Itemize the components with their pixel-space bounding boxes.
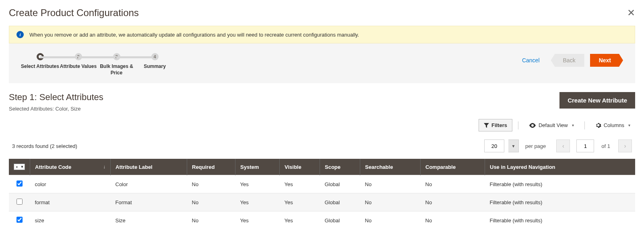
cell-label: Size: [111, 211, 187, 230]
cell-comparable: No: [421, 193, 485, 211]
row-checkbox[interactable]: [17, 199, 23, 205]
cell-visible: Yes: [280, 211, 320, 230]
filters-button[interactable]: Filters: [479, 119, 512, 131]
cell-required: No: [187, 193, 235, 211]
cell-required: No: [187, 211, 235, 230]
grid-meta: 3 records found (2 selected) ▼ per page …: [0, 135, 644, 159]
cell-code: size: [30, 211, 111, 230]
header-system[interactable]: System: [235, 159, 280, 175]
cell-comparable: No: [421, 175, 485, 193]
info-icon: i: [17, 31, 24, 38]
wizard-step-1: Select Attributes: [21, 53, 59, 70]
columns-button[interactable]: Columns: [590, 119, 635, 131]
pager: ▼ per page ‹ of 1 ›: [484, 139, 632, 152]
table-row[interactable]: colorColorNoYesYesGlobalNoNoFilterable (…: [9, 175, 635, 193]
wizard-step-4: 4 Summary: [136, 53, 174, 70]
cell-label: Format: [111, 193, 187, 211]
selected-attributes: Selected Attributes: Color, Size: [9, 106, 103, 112]
cell-system: Yes: [235, 211, 280, 230]
header-searchable[interactable]: Searchable: [360, 159, 421, 175]
filters-label: Filters: [491, 122, 507, 128]
step-header: Step 1: Select Attributes Selected Attri…: [0, 83, 644, 115]
table-row[interactable]: sizeSizeNoYesYesGlobalNoNoFilterable (wi…: [9, 211, 635, 230]
of-pages-label: of 1: [601, 143, 610, 149]
header-visible[interactable]: Visible: [280, 159, 320, 175]
sort-arrow-down-icon: ↓: [103, 164, 105, 170]
step-indicator: 4: [151, 53, 159, 60]
header-layered-nav[interactable]: Use in Layered Navigation: [485, 159, 636, 175]
cell-layered: Filterable (with results): [485, 211, 636, 230]
cell-label: Color: [111, 175, 187, 193]
back-button[interactable]: Back: [551, 54, 584, 67]
wizard-bar: Select Attributes 2 Attribute Values 3 B…: [9, 43, 635, 83]
per-page-label: per page: [525, 143, 546, 149]
cell-scope: Global: [320, 193, 360, 211]
cell-searchable: No: [360, 193, 421, 211]
next-button[interactable]: Next: [590, 54, 623, 67]
close-icon[interactable]: ✕: [627, 7, 635, 18]
notice-text: When you remove or add an attribute, we …: [29, 32, 359, 38]
cancel-button[interactable]: Cancel: [522, 57, 540, 64]
cell-system: Yes: [235, 193, 280, 211]
funnel-icon: [484, 123, 489, 128]
cell-searchable: No: [360, 211, 421, 230]
cell-code: color: [30, 175, 111, 193]
row-checkbox[interactable]: [17, 217, 23, 223]
page-title: Create Product Configurations: [9, 7, 139, 18]
wizard-actions: Cancel Back Next: [522, 54, 623, 67]
header-scope[interactable]: Scope: [320, 159, 360, 175]
columns-label: Columns: [604, 122, 624, 128]
modal-header: Create Product Configurations ✕: [0, 0, 644, 26]
header-attribute-label[interactable]: Attribute Label: [111, 159, 187, 175]
next-page-button[interactable]: ›: [618, 139, 632, 152]
cell-searchable: No: [360, 175, 421, 193]
cell-scope: Global: [320, 175, 360, 193]
row-checkbox[interactable]: [17, 181, 23, 187]
cell-code: format: [30, 193, 111, 211]
header-select-all[interactable]: •▼: [9, 159, 30, 175]
prev-page-button[interactable]: ‹: [556, 139, 570, 152]
per-page-input[interactable]: [484, 139, 504, 152]
eye-icon: [529, 123, 536, 128]
gear-icon: [595, 122, 601, 128]
grid-toolbar: Filters Default View Columns: [0, 115, 644, 135]
page-input[interactable]: [576, 139, 594, 152]
default-view-label: Default View: [539, 122, 568, 128]
header-comparable[interactable]: Comparable: [421, 159, 485, 175]
cell-visible: Yes: [280, 175, 320, 193]
step-label: Summary: [144, 64, 166, 70]
wizard-step-2: 2 Attribute Values: [59, 53, 97, 70]
cell-comparable: No: [421, 211, 485, 230]
cell-required: No: [187, 175, 235, 193]
info-notice: i When you remove or add an attribute, w…: [9, 26, 635, 43]
cell-layered: Filterable (with results): [485, 193, 636, 211]
cell-layered: Filterable (with results): [485, 175, 636, 193]
cell-visible: Yes: [280, 193, 320, 211]
attributes-grid: •▼ Attribute Code↓ Attribute Label Requi…: [9, 159, 635, 229]
per-page-dropdown[interactable]: ▼: [508, 139, 519, 152]
step-label: Attribute Values: [60, 64, 97, 70]
records-found: 3 records found (2 selected): [12, 143, 77, 149]
step-label: Bulk Images & Price: [97, 64, 136, 76]
wizard-steps: Select Attributes 2 Attribute Values 3 B…: [21, 53, 174, 76]
cell-scope: Global: [320, 211, 360, 230]
default-view-button[interactable]: Default View: [524, 119, 579, 131]
header-required[interactable]: Required: [187, 159, 235, 175]
table-row[interactable]: formatFormatNoYesYesGlobalNoNoFilterable…: [9, 193, 635, 211]
step-title: Step 1: Select Attributes: [9, 92, 103, 103]
step-label: Select Attributes: [21, 64, 59, 70]
cell-system: Yes: [235, 175, 280, 193]
create-new-attribute-button[interactable]: Create New Attribute: [559, 92, 635, 109]
wizard-step-3: 3 Bulk Images & Price: [97, 53, 136, 76]
header-attribute-code[interactable]: Attribute Code↓: [30, 159, 111, 175]
